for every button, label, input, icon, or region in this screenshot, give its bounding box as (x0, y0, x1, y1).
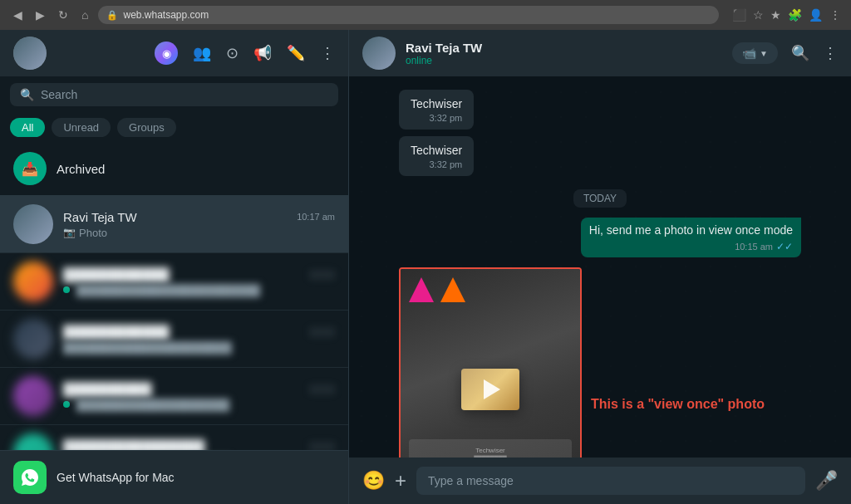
chat-item-4[interactable]: ██████████ ░░░░ ████████████████████ (0, 368, 348, 425)
attach-icon[interactable]: + (395, 469, 406, 492)
contact-status: online (406, 55, 722, 66)
chevron-down-icon: ▼ (760, 49, 768, 58)
search-input-wrapper[interactable]: 🔍 (10, 83, 338, 106)
chat-info-3: ████████████ ░░░░ ██████████████████████ (63, 325, 335, 354)
blurred-chat-name-3: ████████████ (63, 325, 170, 339)
contact-name: Ravi Teja TW (406, 41, 722, 55)
tab-groups[interactable]: Groups (117, 118, 176, 137)
outgoing-message-row: Hi, send me a photo in view once mode 10… (399, 218, 801, 257)
photo-preview-icon: 📷 (63, 227, 76, 238)
search-chat-icon[interactable]: 🔍 (791, 44, 809, 62)
view-once-label: This is a "view once" photo (591, 397, 765, 412)
photo-bubble: Techwiser ████████ ▶ YouTube HD 10:17 am (399, 267, 582, 458)
outgoing-message-bubble: Hi, send me a photo in view once mode 10… (581, 218, 801, 257)
techwiser-message-1: Techwiser 3:32 pm (399, 90, 474, 130)
tab-all[interactable]: All (10, 118, 45, 137)
cast-icon[interactable]: ⬛ (732, 8, 746, 22)
emoji-picker-icon[interactable]: 😊 (362, 470, 385, 492)
search-icon: 🔍 (20, 88, 34, 101)
chat-info-5: ████████████████ ░░░░ ██████████████████… (63, 439, 335, 451)
chat-preview-3: ██████████████████████ (63, 341, 335, 354)
chat-name-row-2: ████████████ ░░░░ (63, 267, 335, 281)
url-text: web.whatsapp.com (123, 9, 209, 21)
app-container: ◉ 👥 ⊙ 📢 ✏️ ⋮ 🔍 All Unread Groups (0, 30, 851, 504)
contact-info[interactable]: Ravi Teja TW online (406, 41, 722, 66)
chat-header: Ravi Teja TW online 📹 ▼ 🔍 ⋮ (349, 30, 851, 76)
reload-button[interactable]: ↻ (55, 7, 71, 23)
chat-avatar-4 (13, 376, 53, 416)
new-chat-icon[interactable]: ✏️ (287, 44, 305, 62)
url-bar[interactable]: 🔒 web.whatsapp.com (98, 6, 719, 24)
photo-message-container[interactable]: Techwiser ████████ ▶ YouTube HD 10:17 am (399, 267, 582, 458)
chat-area: Ravi Teja TW online 📹 ▼ 🔍 ⋮ Techwiser 3:… (349, 30, 851, 504)
chat-avatar-3 (13, 319, 53, 359)
search-input[interactable] (41, 88, 328, 101)
menu-icon[interactable]: ⋮ (320, 44, 335, 62)
message-row-techwiser-1: Techwiser 3:32 pm (399, 90, 801, 133)
mic-icon[interactable]: 🎤 (815, 470, 838, 492)
photo-message-row: Techwiser ████████ ▶ YouTube HD 10:17 am (399, 267, 801, 458)
chat-info-2: ████████████ ░░░░ ██████████████████████… (63, 267, 335, 296)
sidebar-header-icons: ◉ 👥 ⊙ 📢 ✏️ ⋮ (155, 42, 335, 65)
chat-time: 10:17 am (297, 212, 335, 222)
chat-avatar-ravi (13, 204, 53, 244)
blurred-preview-4: ████████████████████ (76, 399, 229, 411)
star-icon[interactable]: ★ (770, 8, 781, 22)
chat-name-row-3: ████████████ ░░░░ (63, 325, 335, 339)
more-options-icon[interactable]: ⋮ (823, 44, 838, 62)
sidebar: ◉ 👥 ⊙ 📢 ✏️ ⋮ 🔍 All Unread Groups (0, 30, 349, 504)
channels-icon[interactable]: 📢 (253, 44, 272, 62)
extensions-icon[interactable]: 🧩 (788, 8, 802, 22)
chat-item-5[interactable]: ████████████████ ░░░░ ██████████████████… (0, 425, 348, 450)
chat-name-row-4: ██████████ ░░░░ (63, 382, 335, 396)
archived-row[interactable]: 📥 Archived (0, 142, 348, 196)
message-time-2: 3:32 pm (430, 159, 463, 169)
online-dot-2 (63, 286, 70, 293)
video-call-button[interactable]: 📹 ▼ (732, 42, 778, 64)
chat-item-ravi[interactable]: Ravi Teja TW 10:17 am 📷 Photo (0, 196, 348, 253)
blurred-chat-name-2: ████████████ (63, 267, 170, 281)
chat-item-2[interactable]: ████████████ ░░░░ ██████████████████████… (0, 253, 348, 311)
bookmark-icon[interactable]: ☆ (753, 8, 764, 22)
blurred-time-5: ░░░░ (309, 441, 335, 450)
chat-header-actions: 📹 ▼ 🔍 ⋮ (732, 42, 838, 64)
menu-icon[interactable]: ⋮ (829, 8, 841, 22)
profile-icon[interactable]: 👤 (809, 8, 823, 22)
chat-name-row: Ravi Teja TW 10:17 am (63, 210, 335, 224)
message-meta-2: 3:32 pm (411, 159, 462, 169)
search-bar: 🔍 (0, 76, 348, 113)
contact-avatar[interactable] (362, 37, 396, 70)
browser-chrome: ◀ ▶ ↻ ⌂ 🔒 web.whatsapp.com ⬛ ☆ ★ 🧩 👤 ⋮ (0, 0, 851, 30)
video-icon: 📹 (742, 46, 756, 60)
chat-name-row-5: ████████████████ ░░░░ (63, 439, 335, 451)
communities-icon[interactable]: 👥 (193, 44, 211, 62)
home-button[interactable]: ⌂ (78, 7, 91, 23)
chat-preview-4: ████████████████████ (63, 399, 335, 411)
whatsapp-mac-text: Get WhatsApp for Mac (57, 471, 175, 484)
back-button[interactable]: ◀ (10, 7, 26, 23)
online-dot-4 (63, 401, 70, 408)
blurred-time-3: ░░░░ (309, 326, 335, 336)
chat-preview-text: Photo (79, 227, 107, 239)
forward-button[interactable]: ▶ (32, 7, 48, 23)
techwiser-message-2: Techwiser 3:32 pm (399, 136, 474, 176)
messages-area: Techwiser 3:32 pm Techwiser 3:32 pm TODA… (349, 76, 851, 458)
avatar-image (13, 37, 47, 70)
message-row-techwiser-2: Techwiser 3:32 pm (399, 136, 801, 179)
status-icon[interactable]: ⊙ (226, 44, 239, 62)
orange-triangle (440, 277, 465, 302)
ai-icon[interactable]: ◉ (155, 42, 178, 65)
chat-info-ravi: Ravi Teja TW 10:17 am 📷 Photo (63, 210, 335, 239)
message-input-wrapper[interactable] (416, 467, 805, 495)
message-input[interactable] (428, 474, 794, 487)
chat-item-3[interactable]: ████████████ ░░░░ ██████████████████████ (0, 311, 348, 368)
sidebar-footer[interactable]: Get WhatsApp for Mac (0, 450, 348, 504)
input-bar: 😊 + 🎤 (349, 458, 851, 504)
date-badge: TODAY (573, 189, 627, 208)
chat-avatar-2 (13, 262, 53, 301)
blurred-time-2: ░░░░ (309, 269, 335, 279)
blurred-time-4: ░░░░ (309, 384, 335, 394)
tab-unread[interactable]: Unread (52, 118, 111, 137)
chat-name: Ravi Teja TW (63, 210, 137, 224)
user-avatar[interactable] (13, 37, 47, 70)
